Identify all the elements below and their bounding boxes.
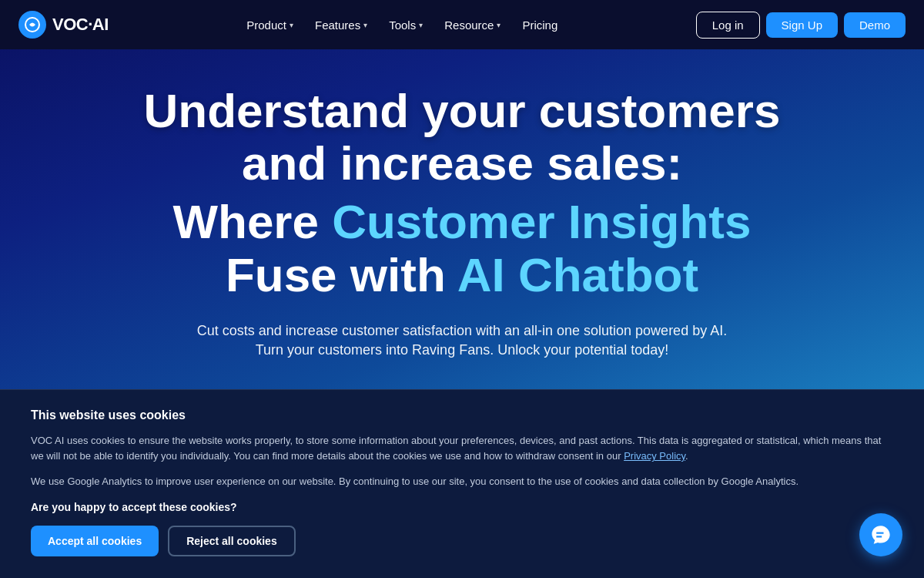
- hero-subtitle-1: Cut costs and increase customer satisfac…: [0, 320, 924, 342]
- chat-button[interactable]: [859, 513, 902, 556]
- logo-icon: [18, 11, 46, 39]
- signup-button[interactable]: Sign Up: [766, 12, 838, 38]
- chevron-down-icon: ▾: [363, 21, 367, 29]
- hero-customer-insights: Customer Insights: [332, 195, 751, 248]
- hero-title-line4: Fuse with AI Chatbot: [0, 249, 924, 301]
- chat-icon: [870, 524, 892, 546]
- cookie-banner-title: This website uses cookies: [31, 408, 893, 422]
- nav-links: Product ▾ Features ▾ Tools ▾ Resource ▾ …: [237, 12, 567, 38]
- chevron-down-icon: ▾: [497, 21, 500, 29]
- hero-title-line3: Where Customer Insights: [0, 196, 924, 248]
- nav-product[interactable]: Product ▾: [237, 12, 303, 38]
- chevron-down-icon: ▾: [419, 21, 423, 29]
- login-button[interactable]: Log in: [696, 12, 760, 39]
- navbar: VOC·AI Product ▾ Features ▾ Tools ▾ Reso…: [0, 0, 924, 49]
- cookie-actions: Accept all cookies Reject all cookies: [31, 526, 893, 556]
- demo-button[interactable]: Demo: [844, 12, 906, 38]
- nav-actions: Log in Sign Up Demo: [696, 12, 906, 39]
- hero-title-line2: and increase sales:: [0, 137, 924, 190]
- nav-pricing[interactable]: Pricing: [513, 12, 567, 38]
- nav-features[interactable]: Features ▾: [306, 12, 377, 38]
- hero-ai-chatbot: AI Chatbot: [457, 248, 698, 301]
- cookie-question: Are you happy to accept these cookies?: [31, 501, 893, 513]
- chevron-down-icon: ▾: [290, 21, 293, 29]
- cookie-banner-text1: VOC AI uses cookies to ensure the websit…: [31, 433, 893, 465]
- hero-title-line4-prefix: Fuse with: [226, 248, 457, 301]
- cookie-banner: This website uses cookies VOC AI uses co…: [0, 389, 924, 578]
- hero-subtitle-2: Turn your customers into Raving Fans. Un…: [0, 342, 924, 358]
- logo[interactable]: VOC·AI: [18, 11, 109, 39]
- nav-tools[interactable]: Tools ▾: [380, 12, 432, 38]
- nav-resource[interactable]: Resource ▾: [435, 12, 510, 38]
- hero-content: Understand your customers and increase s…: [0, 85, 924, 358]
- hero-title-line3-prefix: Where: [172, 195, 332, 248]
- hero-title-line1: Understand your customers: [0, 85, 924, 137]
- logo-text: VOC·AI: [52, 15, 109, 35]
- accept-cookies-button[interactable]: Accept all cookies: [31, 526, 159, 556]
- privacy-policy-link[interactable]: Privacy Policy: [624, 450, 685, 462]
- cookie-analytics-text: We use Google Analytics to improve user …: [31, 474, 893, 490]
- reject-cookies-button[interactable]: Reject all cookies: [168, 526, 296, 556]
